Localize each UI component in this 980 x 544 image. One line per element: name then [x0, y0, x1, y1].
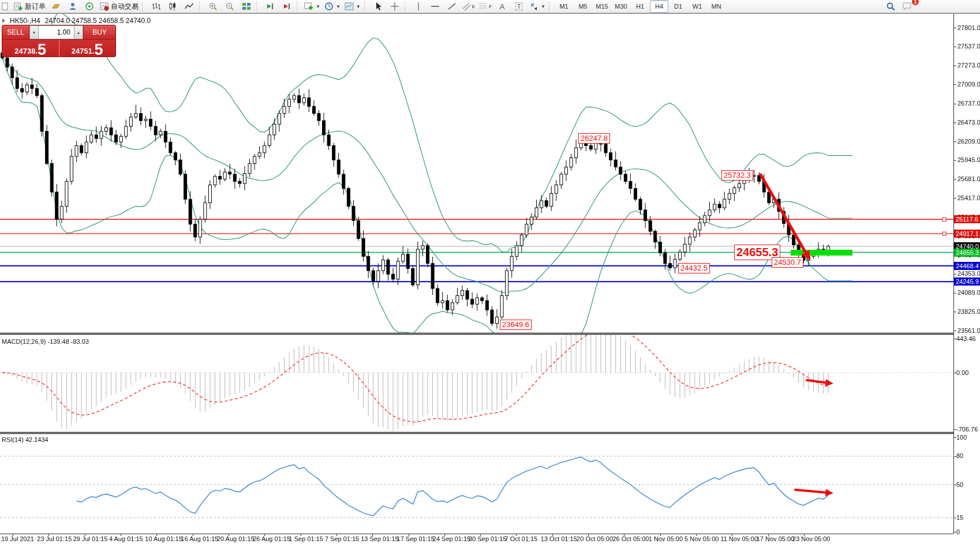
sell-price-main: 24738. [14, 47, 38, 55]
mt4-window: 新订单 自动交易 [0, 0, 980, 544]
volume-increase-button[interactable]: ▲ [74, 25, 83, 39]
buy-price-main: 24751. [72, 47, 95, 55]
buy-button[interactable]: BUY [83, 25, 115, 39]
buy-price-big-digit: 5 [95, 43, 103, 57]
sell-price[interactable]: 24738. 5 [2, 40, 59, 58]
volume-decrease-button[interactable]: ▼ [29, 25, 39, 39]
chart-canvas[interactable] [0, 0, 980, 544]
volume-input[interactable]: 1.00 [39, 25, 74, 39]
sell-button[interactable]: SELL [2, 25, 29, 39]
one-click-trade-panel: SELL ▼ 1.00 ▲ BUY 24738. 5 24751. 5 [2, 25, 116, 57]
sell-price-big-digit: 5 [38, 43, 46, 57]
buy-price[interactable]: 24751. 5 [59, 40, 116, 58]
